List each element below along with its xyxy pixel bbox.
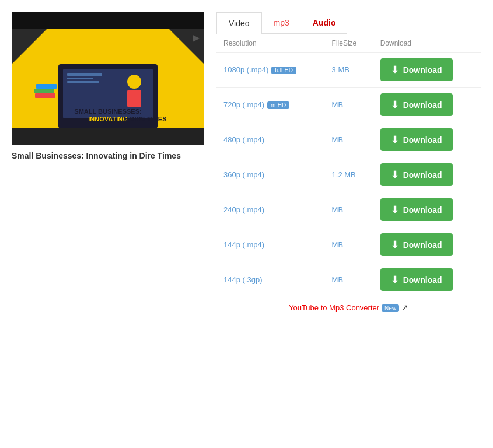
right-panel: Video mp3 Audio Resolution FileSize Down… (216, 12, 481, 318)
download-icon: ⬇ (391, 239, 398, 250)
download-label: Download (403, 240, 442, 250)
quality-badge: full-HD (271, 66, 296, 74)
resolution-cell: 144p (.mp4) (216, 228, 325, 262)
download-cell: ⬇Download (373, 158, 481, 192)
table-row: 240p (.mp4)MB⬇Download (216, 192, 481, 228)
thumbnail-wrapper: ✦ SMALL BUSINESSES: INNOVATING IN DIRE T… (12, 12, 204, 145)
download-cell: ⬇Download (373, 88, 481, 123)
download-button-4[interactable]: ⬇Download (380, 198, 453, 221)
download-label: Download (403, 100, 442, 110)
thumbnail-image: ✦ SMALL BUSINESSES: INNOVATING IN DIRE T… (12, 29, 204, 128)
tabs-container: Video mp3 Audio (216, 12, 481, 34)
download-cell: ⬇Download (373, 123, 481, 158)
quality-badge: m-HD (267, 102, 289, 109)
table-row: 360p (.mp4)1.2 MB⬇Download (216, 158, 481, 192)
col-header-download: Download (373, 34, 481, 52)
download-icon: ⬇ (391, 99, 398, 110)
svg-rect-7 (67, 81, 99, 83)
thumbnail-title-bar (12, 128, 204, 145)
footer-row: YouTube to Mp3 ConverterNew ↗ (216, 297, 481, 318)
download-table: Resolution FileSize Download 1080p (.mp4… (216, 34, 481, 318)
svg-text:✦: ✦ (95, 49, 104, 61)
download-icon: ⬇ (391, 204, 398, 215)
video-title: Small Businesses: Innovating in Dire Tim… (12, 150, 204, 162)
filesize-cell: MB (325, 88, 373, 123)
download-button-6[interactable]: ⬇Download (380, 268, 453, 291)
play-icon: ▶ (193, 32, 200, 43)
resolution-cell: 1080p (.mp4)full-HD (216, 52, 325, 88)
yt-mp3-converter-link[interactable]: YouTube to Mp3 Converter (289, 303, 379, 312)
svg-rect-14 (36, 84, 57, 89)
download-button-1[interactable]: ⬇Download (380, 93, 453, 116)
svg-text:IN DIRE TIMES: IN DIRE TIMES (121, 116, 166, 123)
download-cell: ⬇Download (373, 228, 481, 262)
table-row: 720p (.mp4)m-HDMB⬇Download (216, 88, 481, 123)
table-row: 1080p (.mp4)full-HD3 MB⬇Download (216, 52, 481, 88)
svg-point-9 (127, 75, 141, 89)
download-label: Download (403, 170, 442, 180)
svg-rect-5 (67, 73, 102, 76)
external-icon: ↗ (401, 303, 408, 312)
left-panel: ✦ SMALL BUSINESSES: INNOVATING IN DIRE T… (12, 12, 204, 318)
svg-rect-6 (67, 78, 93, 79)
table-row: 144p (.mp4)MB⬇Download (216, 228, 481, 262)
resolution-cell: 360p (.mp4) (216, 158, 325, 192)
download-icon: ⬇ (391, 64, 398, 75)
table-row: 144p (.3gp)MB⬇Download (216, 262, 481, 298)
svg-rect-10 (127, 90, 141, 107)
download-cell: ⬇Download (373, 262, 481, 298)
download-cell: ⬇Download (373, 52, 481, 88)
download-label: Download (403, 65, 442, 75)
download-label: Download (403, 205, 442, 215)
col-header-resolution: Resolution (216, 34, 325, 52)
download-icon: ⬇ (391, 169, 398, 180)
tab-video[interactable]: Video (216, 12, 262, 34)
download-icon: ⬇ (391, 134, 398, 145)
tab-mp3[interactable]: mp3 (262, 12, 301, 34)
filesize-cell: 1.2 MB (325, 158, 373, 192)
download-label: Download (403, 135, 442, 145)
filesize-cell: MB (325, 123, 373, 158)
table-row: 480p (.mp4)MB⬇Download (216, 123, 481, 158)
new-badge: New (382, 304, 399, 312)
svg-rect-13 (34, 89, 54, 93)
col-header-filesize: FileSize (325, 34, 373, 52)
filesize-cell: MB (325, 262, 373, 298)
download-icon: ⬇ (391, 274, 398, 285)
download-cell: ⬇Download (373, 192, 481, 228)
svg-rect-12 (35, 93, 55, 98)
download-button-5[interactable]: ⬇Download (380, 233, 453, 256)
filesize-cell: 3 MB (325, 52, 373, 88)
thumbnail-top-bar (12, 12, 204, 29)
download-label: Download (403, 275, 442, 285)
resolution-cell: 480p (.mp4) (216, 123, 325, 158)
resolution-cell: 240p (.mp4) (216, 192, 325, 228)
download-button-2[interactable]: ⬇Download (380, 128, 453, 151)
svg-text:SMALL BUSINESSES:: SMALL BUSINESSES: (74, 108, 141, 115)
tab-audio[interactable]: Audio (301, 12, 348, 34)
download-button-0[interactable]: ⬇Download (380, 58, 453, 81)
filesize-cell: MB (325, 192, 373, 228)
download-button-3[interactable]: ⬇Download (380, 163, 453, 186)
resolution-cell: 720p (.mp4)m-HD (216, 88, 325, 123)
resolution-cell: 144p (.3gp) (216, 262, 325, 298)
filesize-cell: MB (325, 228, 373, 262)
